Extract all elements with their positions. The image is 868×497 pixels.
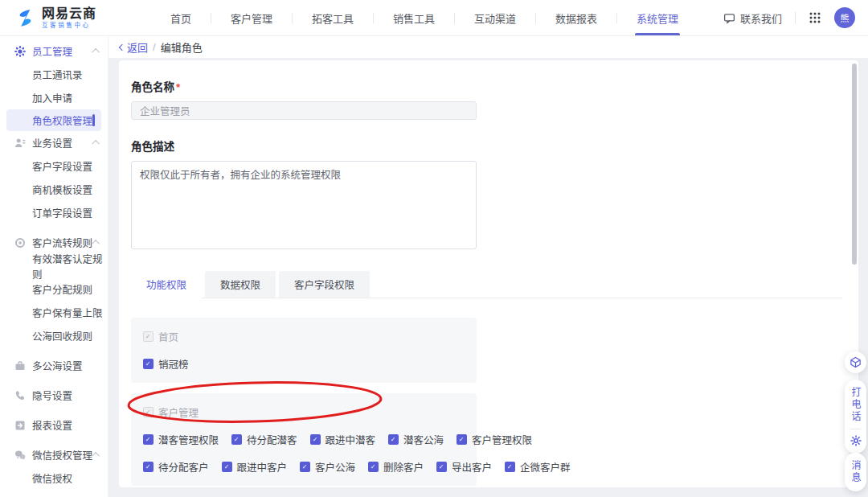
sidebar-item-customer-fields[interactable]: 客户字段设置 — [0, 154, 108, 178]
make-call-label: 打电话 — [849, 387, 862, 423]
checkbox-checked-icon — [143, 462, 154, 472]
checkbox-checked-icon — [300, 462, 310, 472]
nav-item-system[interactable]: 系统管理 — [617, 0, 698, 35]
checkbox-checked-disabled-icon — [143, 331, 154, 342]
checkbox-checked-icon — [222, 462, 232, 472]
nav-item-leadgen-tools[interactable]: 拓客工具 — [293, 0, 373, 35]
nav-item-channels[interactable]: 互动渠道 — [455, 0, 535, 35]
checkbox-checked-icon — [231, 434, 242, 445]
nav-item-customers[interactable]: 客户管理 — [211, 0, 292, 35]
wechat-icon — [14, 450, 26, 461]
breadcrumb-separator: / — [153, 41, 156, 53]
sidebar-item-opportunity-templates[interactable]: 商机模板设置 — [0, 178, 108, 201]
person-icon — [14, 138, 26, 149]
sidebar-section-business-settings[interactable]: 业务设置 — [0, 131, 108, 154]
tab-customer-field-permissions[interactable]: 客户字段权限 — [279, 271, 370, 298]
checkbox-lead-pool[interactable]: 潜客公海 — [388, 432, 444, 447]
permission-group-home: 首页 销冠榜 — [131, 318, 477, 383]
gear-icon — [14, 46, 26, 57]
back-link[interactable]: 返回 — [120, 39, 148, 55]
sidebar-section-wechat-auth-mgmt[interactable]: 微信授权管理 — [0, 443, 108, 466]
role-desc-textarea[interactable]: 权限仅此于所有者，拥有企业的系统管理权限 — [131, 161, 477, 249]
checkbox-unassigned-customers[interactable]: 待分配客户 — [143, 459, 209, 474]
briefcase-icon — [14, 360, 26, 372]
checkbox-checked-icon — [368, 462, 379, 472]
sidebar-item-valid-lead-rules[interactable]: 有效潜客认定规则 — [0, 254, 108, 277]
chevron-up-icon — [92, 140, 100, 148]
chevron-up-icon — [92, 48, 100, 56]
breadcrumb: 返回 / 编辑角色 — [108, 36, 868, 58]
sidebar-item-role-permissions[interactable]: 角色权限管理 — [6, 109, 101, 131]
checkbox-sales-leaderboard[interactable]: 销冠榜 — [143, 356, 189, 372]
permission-tabs: 功能权限 数据权限 客户字段权限 — [131, 271, 842, 298]
checkbox-checked-icon — [436, 462, 447, 472]
logo-subtitle: 互客销售中心 — [42, 23, 96, 29]
sidebar-item-customer-holding-limit[interactable]: 客户保有量上限 — [0, 301, 108, 324]
role-name-label: 角色名称* — [131, 78, 842, 94]
app-grid-icon[interactable] — [809, 11, 821, 24]
sidebar-section-number-masking[interactable]: 隐号设置 — [0, 384, 108, 407]
user-avatar[interactable]: 熊 — [834, 7, 855, 28]
messages-widget[interactable]: 消息 — [845, 453, 866, 491]
chat-bubble-icon — [723, 12, 735, 24]
checkbox-delete-customers[interactable]: 删除客户 — [368, 459, 424, 474]
sidebar-item-employee-directory[interactable]: 员工通讯录 — [0, 63, 108, 86]
checkbox-checked-icon — [143, 359, 154, 369]
make-call-widget[interactable]: 打电话 — [845, 380, 866, 454]
report-icon — [14, 420, 26, 431]
app-logo[interactable]: 网易云商 互客销售中心 — [0, 6, 129, 29]
checkbox-checked-icon — [143, 434, 154, 445]
active-nav-underline — [635, 33, 680, 35]
phone-icon — [14, 390, 26, 401]
logo-swoosh-icon — [14, 7, 36, 29]
cube-icon — [850, 356, 862, 368]
sidebar-item-order-fields[interactable]: 订单字段设置 — [0, 201, 108, 224]
checkbox-lead-mgmt-permission[interactable]: 潜客管理权限 — [143, 432, 219, 447]
page-title: 编辑角色 — [161, 39, 203, 55]
sidebar-item-customer-assignment-rules[interactable]: 客户分配规则 — [0, 277, 108, 301]
permission-group-customer-mgmt: 客户管理 潜客管理权限 待分配潜客 跟进中潜客 潜客公海 — [131, 393, 477, 486]
sidebar-item-pool-recycle-rules[interactable]: 公海回收规则 — [0, 324, 108, 347]
top-bar: 网易云商 互客销售中心 首页 客户管理 拓客工具 销售工具 互动渠道 数据报表 … — [0, 0, 868, 36]
chevron-left-icon — [119, 43, 125, 50]
nav-item-reports[interactable]: 数据报表 — [536, 0, 616, 35]
nav-item-home[interactable]: 首页 — [151, 0, 211, 35]
edit-role-card: 角色名称* 角色描述 权限仅此于所有者，拥有企业的系统管理权限 功能权限 数据权… — [119, 60, 858, 487]
tab-data-permissions[interactable]: 数据权限 — [205, 271, 276, 298]
topbar-divider — [795, 12, 796, 23]
active-indicator-bar — [92, 114, 95, 126]
scrollbar-thumb[interactable] — [852, 64, 857, 265]
call-settings-gear-icon[interactable] — [850, 435, 862, 446]
checkbox-customer-mgmt: 客户管理 — [143, 405, 199, 420]
checkbox-following-leads[interactable]: 跟进中潜客 — [310, 432, 376, 447]
sidebar-item-wechat-auth[interactable]: 微信授权 — [0, 466, 108, 490]
messages-label: 消息 — [849, 460, 862, 484]
logo-title: 网易云商 — [42, 6, 96, 21]
checkbox-customer-mgmt-permission[interactable]: 客户管理权限 — [457, 432, 532, 447]
tab-function-permissions[interactable]: 功能权限 — [131, 271, 202, 298]
checkbox-unassigned-leads[interactable]: 待分配潜客 — [231, 432, 297, 447]
checkbox-checked-icon — [457, 434, 467, 445]
chevron-up-icon — [92, 452, 100, 460]
checkbox-export-customers[interactable]: 导出客户 — [436, 459, 492, 474]
sidebar-section-employee-mgmt[interactable]: 员工管理 — [0, 39, 108, 63]
required-asterisk: * — [176, 81, 180, 93]
widget-cube-button[interactable] — [845, 351, 866, 373]
contact-us-button[interactable]: 联系我们 — [723, 10, 782, 26]
checkbox-customer-pool[interactable]: 客户公海 — [300, 459, 355, 474]
checkbox-wecom-customer-groups[interactable]: 企微客户群 — [505, 459, 571, 474]
sidebar-item-join-requests[interactable]: 加入申请 — [0, 86, 108, 109]
main-nav: 首页 客户管理 拓客工具 销售工具 互动渠道 数据报表 系统管理 — [151, 0, 698, 35]
sidebar-section-multi-pool-settings[interactable]: 多公海设置 — [0, 354, 108, 377]
nav-item-sales-tools[interactable]: 销售工具 — [374, 0, 454, 35]
checkbox-checked-disabled-icon — [143, 407, 154, 417]
main-content: 返回 / 编辑角色 角色名称* 角色描述 权限仅此于所有者，拥有企业的系统管理权… — [108, 36, 868, 497]
sidebar: 员工管理 员工通讯录 加入申请 角色权限管理 业务设置 客户字段设置 商机模板设… — [0, 36, 108, 497]
checkbox-checked-icon — [310, 434, 321, 445]
checkbox-checked-icon — [388, 434, 399, 445]
checkbox-following-customers[interactable]: 跟进中客户 — [222, 459, 288, 474]
chevron-up-icon — [92, 240, 100, 248]
circle-icon — [14, 237, 26, 249]
sidebar-item-wechat-pay-config[interactable]: 微信支付配置 — [0, 490, 108, 497]
sidebar-section-report-settings[interactable]: 报表设置 — [0, 413, 108, 437]
